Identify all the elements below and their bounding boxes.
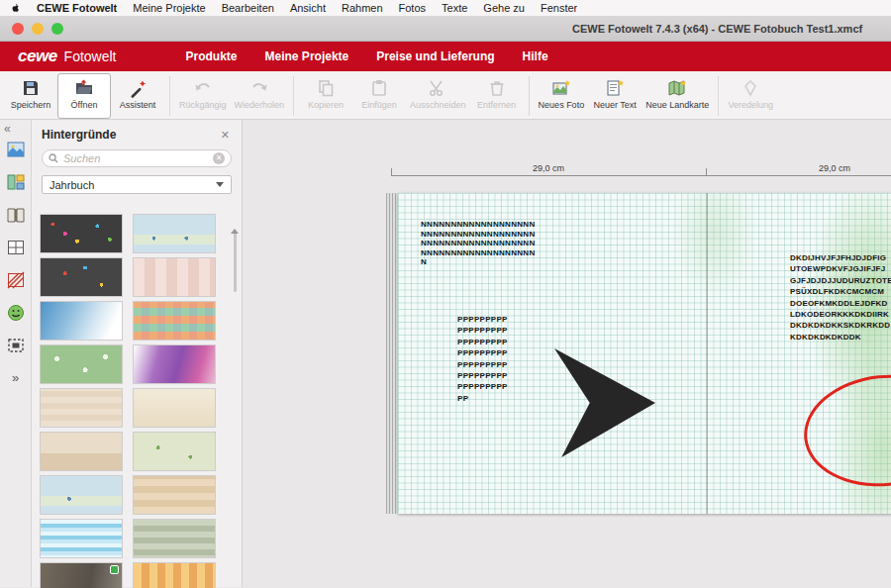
background-thumbnail[interactable] (40, 214, 123, 253)
new-map-button[interactable]: Neue Landkarte (642, 73, 713, 119)
window-controls (12, 23, 63, 35)
background-thumbnail[interactable] (40, 301, 123, 341)
menu-item-fotos[interactable]: Fotos (399, 2, 427, 14)
cut-button: Ausschneiden (406, 73, 470, 119)
assistant-button-label: Assistent (120, 100, 156, 110)
minimize-window-button[interactable] (32, 23, 44, 35)
menu-item-app[interactable]: CEWE Fotowelt (37, 2, 117, 14)
backgrounds-tab-active[interactable] (5, 270, 27, 290)
menu-item-gehe-zu[interactable]: Gehe zu (483, 2, 525, 14)
background-thumbnail[interactable] (133, 214, 216, 253)
menu-item-texte[interactable]: Texte (442, 2, 467, 14)
photos-tab[interactable] (5, 140, 27, 159)
new-map-icon (667, 78, 687, 98)
chevron-down-icon (216, 182, 224, 187)
magic-wand-icon (128, 78, 148, 98)
background-thumbnail[interactable] (133, 475, 216, 515)
scrollbar-thumb[interactable] (234, 233, 237, 292)
menu-item-fenster[interactable]: Fenster (541, 2, 577, 14)
red-circle-annotation[interactable] (799, 367, 891, 494)
ruler-tick (706, 168, 707, 176)
category-dropdown[interactable]: Jahrbuch (42, 175, 232, 194)
new-photo-button-label: Neues Foto (539, 100, 585, 110)
menu-item-ansicht[interactable]: Ansicht (290, 2, 326, 14)
photobook-spread[interactable]: NNNNNNNNNNNNNNNNNNN NNNNNNNNNNNNNNNNNNN … (398, 193, 891, 514)
undo-button: Rückgängig (175, 73, 231, 119)
book-spine (386, 193, 398, 514)
delete-button-label: Entfernen (477, 100, 516, 110)
nav-meine-projekte[interactable]: Meine Projekte (265, 49, 349, 63)
cliparts-tab[interactable] (5, 303, 27, 323)
save-button[interactable]: Speichern (4, 73, 57, 119)
nav-hilfe[interactable]: Hilfe (523, 49, 548, 63)
clear-search-icon[interactable]: ✕ (213, 152, 225, 164)
text-object-letters[interactable]: DKDIJHVJFJFHJDJDFIG UTOEWPDKVFJGJIFJFJ G… (790, 252, 891, 343)
tool-rail: « » (0, 120, 32, 587)
close-window-button[interactable] (12, 23, 24, 35)
text-object-n[interactable]: NNNNNNNNNNNNNNNNNNN NNNNNNNNNNNNNNNNNNN … (421, 220, 535, 267)
close-panel-icon[interactable]: ✕ (221, 129, 230, 142)
search-box[interactable]: ✕ (42, 149, 232, 167)
search-input[interactable] (63, 152, 208, 164)
panel-scrollbar[interactable] (231, 212, 240, 585)
new-photo-button[interactable]: Neues Foto (535, 73, 589, 119)
zoom-window-button[interactable] (51, 23, 63, 35)
paste-button: Einfügen (352, 73, 406, 119)
background-thumbnail[interactable] (133, 519, 216, 558)
redo-button-label: Wiederholen (235, 100, 285, 110)
background-thumbnail[interactable] (40, 475, 123, 515)
fotowelt-logo-text: Fotowelt (64, 49, 117, 64)
background-thumbnail[interactable] (40, 432, 123, 471)
trash-icon (487, 78, 507, 98)
masks-tab[interactable] (5, 336, 27, 355)
finishing-button-label: Veredelung (728, 100, 773, 110)
page-fold-line (706, 193, 708, 514)
scroll-up-arrow-icon[interactable] (231, 212, 239, 234)
expand-more-chevron-icon[interactable]: » (12, 370, 19, 385)
copy-button-label: Kopieren (308, 100, 344, 110)
background-thumbnail[interactable] (133, 388, 216, 428)
nav-preise-und-lieferung[interactable]: Preise und Lieferung (376, 49, 494, 63)
menu-item-bearbeiten[interactable]: Bearbeiten (222, 2, 274, 14)
horizontal-ruler (391, 175, 891, 176)
app-window: CEWE Fotowelt Meine Projekte Bearbeiten … (0, 0, 891, 588)
open-button[interactable]: Öffnen (57, 73, 111, 119)
background-thumbnail[interactable] (133, 257, 216, 297)
background-thumbnail[interactable] (40, 388, 123, 428)
frames-tab[interactable] (5, 238, 27, 257)
window-title: CEWE Fotowelt 7.4.3 (x64) - CEWE Fotobuc… (572, 23, 862, 35)
apple-menu-icon[interactable] (10, 3, 21, 14)
new-text-icon (605, 78, 625, 98)
text-object-p[interactable]: PPPPPPPPP PPPPPPPPP PPPPPPPPP PPPPPPPPP … (457, 314, 508, 404)
search-icon (49, 149, 58, 167)
menu-item-rahmen[interactable]: Rahmen (342, 2, 383, 14)
main-content: « » Hintergründe ✕ ✕ Jahrbuch (0, 120, 891, 587)
background-thumbnail[interactable] (133, 432, 216, 471)
eco-badge-icon (110, 565, 119, 574)
nav-produkte[interactable]: Produkte (186, 49, 238, 63)
background-thumbnail[interactable] (133, 301, 216, 341)
ruler-label-right-page: 29,0 cm (815, 163, 854, 173)
background-thumbnail[interactable] (133, 344, 216, 384)
open-button-label: Öffnen (71, 100, 98, 110)
paste-button-label: Einfügen (361, 100, 397, 110)
collapse-panel-chevron-icon[interactable]: « (4, 122, 11, 136)
arrow-clipart-object[interactable] (554, 348, 655, 457)
undo-icon (193, 78, 213, 98)
background-thumbnail[interactable] (40, 344, 123, 384)
assistant-button[interactable]: Assistent (111, 73, 164, 119)
toolbar-separator (529, 76, 530, 116)
background-thumbnail[interactable] (40, 562, 123, 588)
diamond-icon (741, 78, 760, 98)
menu-item-meine-projekte[interactable]: Meine Projekte (133, 2, 205, 14)
layouts-tab[interactable] (5, 172, 27, 192)
background-thumbnail[interactable] (40, 257, 123, 297)
window-titlebar: CEWE Fotowelt 7.4.3 (x64) - CEWE Fotobuc… (0, 16, 891, 42)
new-text-button[interactable]: Neuer Text (588, 73, 642, 119)
paste-icon (369, 78, 389, 98)
pages-tab[interactable] (5, 205, 27, 225)
background-thumbnail[interactable] (133, 562, 216, 588)
panel-title: Hintergründe (42, 128, 116, 142)
editor-canvas: 29,0 cm 29,0 cm NNNNNNNNNNNNNNNNNNN NNNN… (243, 120, 891, 587)
background-thumbnail[interactable] (40, 519, 123, 558)
